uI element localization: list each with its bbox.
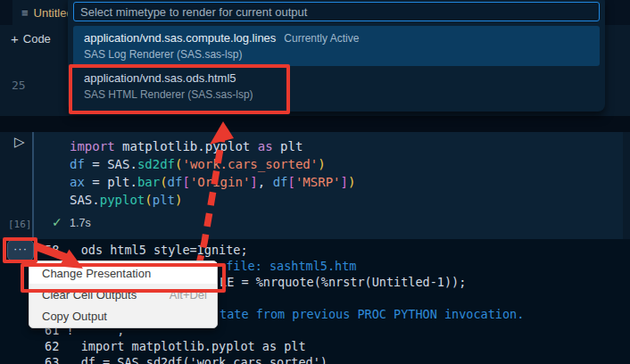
add-code-cell-button[interactable]: + Code xyxy=(7,29,54,48)
log-line: 58 ods html5 style=Ignite; xyxy=(45,242,524,258)
log-line: LE = %nrquote(%nrstr(Untitled-1)); xyxy=(220,274,524,290)
editor-line-number: 25 xyxy=(12,79,26,92)
quickpick-item[interactable]: application/vnd.sas.compute.log.linesCur… xyxy=(73,26,600,66)
code-line: ax = plt.bar(df['Origin'], df['MSRP']) xyxy=(70,173,355,191)
quickpick-item-description: SAS Log Renderer (SAS.sas-lsp) xyxy=(84,48,589,61)
menu-item-label: Copy Output xyxy=(42,310,107,323)
cell-code[interactable]: import matplotlib.pyplot as pltdf = SAS.… xyxy=(70,137,355,209)
cell-context-menu: Change PresentationClear Cell OutputsAlt… xyxy=(29,261,218,328)
menu-item-copy-output[interactable]: Copy Output xyxy=(29,305,217,327)
menu-item-label: Clear Cell Outputs xyxy=(42,288,137,302)
menu-item-label: Change Presentation xyxy=(42,267,151,280)
plus-icon: + xyxy=(11,31,19,46)
code-line: SAS.pyplot(plt) xyxy=(70,191,355,209)
menu-item-shortcut: Alt+Del xyxy=(170,288,207,302)
quickpick-item-label: application/vnd.sas.compute.log.lines xyxy=(84,31,276,45)
code-line: df = SAS.sd2df('work.cars_sorted') xyxy=(70,155,355,173)
quickpick-item-badge: Currently Active xyxy=(284,32,359,45)
notebook-background-gap xyxy=(0,116,630,132)
add-code-label: Code xyxy=(23,32,51,46)
quickpick-widget: application/vnd.sas.compute.log.linesCur… xyxy=(68,0,605,112)
log-line: 63 df = SAS.sd2df('work.cars_sorted') xyxy=(45,354,524,364)
log-line: tate from previous PROC PYTHON invocatio… xyxy=(220,306,524,322)
quickpick-item[interactable]: application/vnd.sas.ods.html5SAS HTML Re… xyxy=(73,66,600,106)
more-actions-button[interactable]: ··· xyxy=(7,240,34,261)
run-cell-icon[interactable]: ▷ xyxy=(14,135,25,148)
quickpick-item-description: SAS HTML Renderer (SAS.sas-lsp) xyxy=(84,88,589,101)
quickpick-list: application/vnd.sas.compute.log.linesCur… xyxy=(73,26,600,106)
menu-item-change-presentation[interactable]: Change Presentation xyxy=(29,262,217,284)
cell-duration: 1.7s xyxy=(70,217,91,229)
success-check-icon: ✓ xyxy=(52,215,62,229)
execution-count: [16] xyxy=(8,219,32,230)
quickpick-item-label: application/vnd.sas.ods.html5 xyxy=(84,71,236,85)
mimetype-search-input[interactable] xyxy=(73,2,600,21)
code-line: import matplotlib.pyplot as plt xyxy=(70,137,355,155)
menu-item-clear-cell-outputs[interactable]: Clear Cell OutputsAlt+Del xyxy=(29,284,217,305)
log-line: 62 import matplotlib.pyplot as plt xyxy=(45,338,524,354)
notebook-outline-icon: ≡ xyxy=(21,6,29,20)
